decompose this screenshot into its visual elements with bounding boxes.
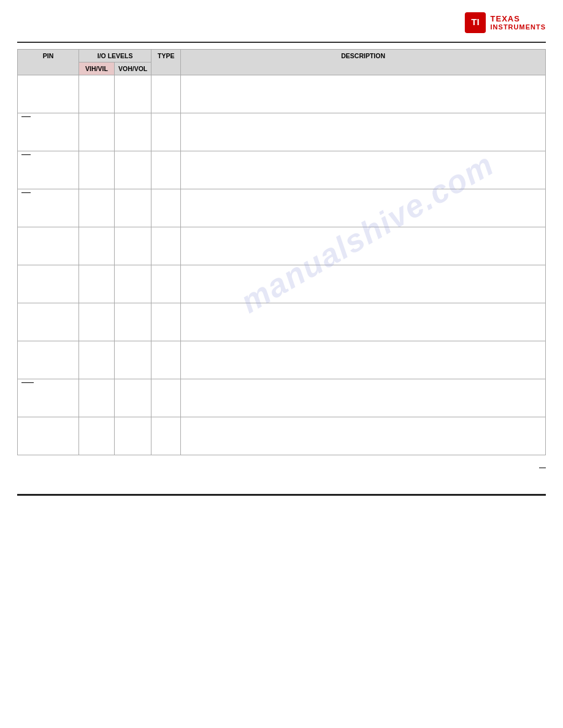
- type-cell: [151, 189, 181, 227]
- pin-cell: [18, 189, 79, 227]
- ti-logo-icon: TI: [464, 11, 487, 34]
- ti-logo-text: TEXAS INSTRUMENTS: [491, 14, 546, 32]
- type-cell: [151, 265, 181, 303]
- pin-overline: [21, 382, 34, 391]
- io2-cell: [115, 417, 151, 455]
- desc-cell: [181, 341, 546, 379]
- type-cell: [151, 227, 181, 265]
- bottom-rule: [17, 494, 546, 496]
- bottom-note: [17, 468, 546, 476]
- table-row: [18, 379, 546, 417]
- desc-cell: [181, 151, 546, 189]
- desc-cell: [181, 417, 546, 455]
- pin-cell: [18, 113, 79, 151]
- pin-cell: [18, 75, 79, 113]
- svg-text:TI: TI: [471, 17, 480, 27]
- table-row: [18, 341, 546, 379]
- desc-cell: [181, 265, 546, 303]
- table-row: [18, 417, 546, 455]
- table-row: [18, 75, 546, 113]
- io2-cell: [115, 265, 151, 303]
- pin-cell: [18, 303, 79, 341]
- io1-cell: [79, 341, 115, 379]
- desc-cell: [181, 75, 546, 113]
- io1-cell: [79, 303, 115, 341]
- type-cell: [151, 303, 181, 341]
- desc-cell: [181, 379, 546, 417]
- table-row: [18, 227, 546, 265]
- col-type-header: TYPE: [151, 50, 181, 75]
- io1-cell: [79, 265, 115, 303]
- io2-cell: [115, 227, 151, 265]
- pin-cell: [18, 227, 79, 265]
- header-row-1: PIN I/O LEVELS TYPE DESCRIPTION: [18, 50, 546, 63]
- bottom-area: [17, 468, 546, 496]
- type-cell: [151, 379, 181, 417]
- desc-cell: [181, 227, 546, 265]
- io2-cell: [115, 151, 151, 189]
- desc-cell: [181, 303, 546, 341]
- io2-cell: [115, 113, 151, 151]
- pin-cell: [18, 265, 79, 303]
- type-cell: [151, 151, 181, 189]
- io1-cell: [79, 227, 115, 265]
- pin-cell: [18, 379, 79, 417]
- io2-cell: [115, 303, 151, 341]
- io1-cell: [79, 113, 115, 151]
- type-cell: [151, 341, 181, 379]
- pin-cell: [18, 417, 79, 455]
- col-desc-header: DESCRIPTION: [181, 50, 546, 75]
- io2-cell: [115, 189, 151, 227]
- io1-cell: [79, 417, 115, 455]
- brand-line1: TEXAS: [491, 14, 546, 24]
- type-cell: [151, 113, 181, 151]
- col-io-group-header: I/O LEVELS: [79, 50, 151, 63]
- note-bar: [539, 468, 546, 476]
- table-container: PIN I/O LEVELS TYPE DESCRIPTION VIH/VIL …: [17, 49, 546, 455]
- main-table: PIN I/O LEVELS TYPE DESCRIPTION VIH/VIL …: [17, 49, 546, 455]
- col-io-sub1-header: VIH/VIL: [79, 63, 115, 75]
- io1-cell: [79, 379, 115, 417]
- desc-cell: [181, 189, 546, 227]
- io1-cell: [79, 189, 115, 227]
- ti-logo: TI TEXAS INSTRUMENTS: [464, 11, 546, 34]
- table-row: [18, 189, 546, 227]
- io2-cell: [115, 75, 151, 113]
- table-row: [18, 113, 546, 151]
- pin-overline: [21, 192, 31, 201]
- top-rule: [17, 42, 546, 43]
- io1-cell: [79, 75, 115, 113]
- brand-line2: INSTRUMENTS: [491, 23, 546, 31]
- type-cell: [151, 75, 181, 113]
- pin-cell: [18, 341, 79, 379]
- table-row: [18, 151, 546, 189]
- pin-cell: [18, 151, 79, 189]
- io2-cell: [115, 341, 151, 379]
- pin-overline: [21, 116, 31, 125]
- col-io-sub2-header: VOH/VOL: [115, 63, 151, 75]
- table-row: [18, 303, 546, 341]
- io2-cell: [115, 379, 151, 417]
- io1-cell: [79, 151, 115, 189]
- pin-overline: [21, 154, 31, 163]
- table-row: [18, 265, 546, 303]
- page-header: TI TEXAS INSTRUMENTS: [0, 0, 563, 39]
- col-pin-header: PIN: [18, 50, 79, 75]
- desc-cell: [181, 113, 546, 151]
- type-cell: [151, 417, 181, 455]
